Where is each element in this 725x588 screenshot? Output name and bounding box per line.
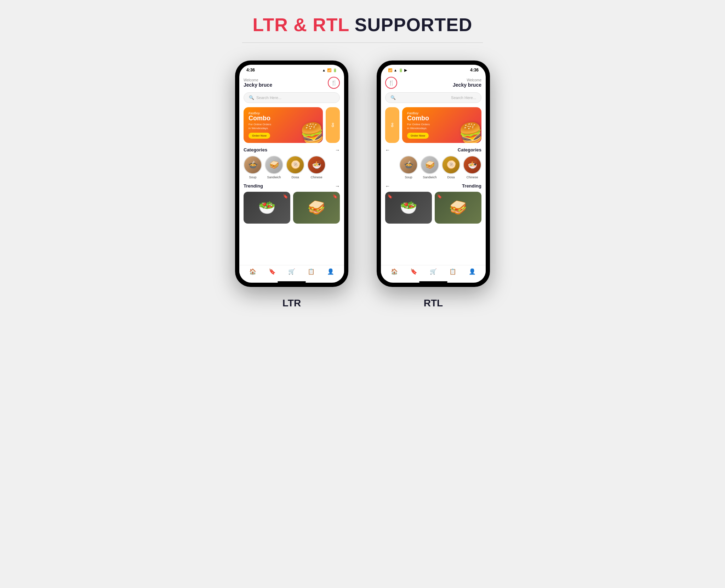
ltr-screen-content: Welcome Jecky bruce 🍴 🔍 Search Here... F… <box>239 74 344 265</box>
divider <box>242 42 483 43</box>
ltr-categories-title: Categories <box>244 147 267 152</box>
ltr-trending-card2[interactable]: 🥪 🔖 <box>293 192 340 224</box>
ltr-phone: 4:36 ▲ 📶 🔋 Welcome Jecky bruce 🍴 <box>235 60 348 287</box>
ltr-cat-chinese-circle: 🍜 <box>307 156 326 174</box>
rtl-welcome: Welcome <box>467 78 482 82</box>
rtl-screen-content: Welcome Jecky bruce 🍴 Search Here... 🔍 F… <box>381 74 486 265</box>
rtl-battery-icon: 🔋 <box>399 68 403 72</box>
rtl-burger-img: 🍔 <box>457 120 481 143</box>
ltr-status-icons: ▲ 📶 🔋 <box>322 68 337 72</box>
ltr-label: LTR <box>253 15 288 35</box>
ltr-banner-secondary: Go <box>326 107 340 143</box>
rtl-bookmark2[interactable]: 🔖 <box>387 194 393 199</box>
ltr-cat-soup-circle: 🍲 <box>244 156 262 174</box>
rtl-cat-soup[interactable]: 🍲 Soup <box>399 156 418 179</box>
ltr-cat-chinese[interactable]: 🍜 Chinese <box>307 156 326 179</box>
rtl-nav-profile[interactable]: 👤 <box>469 268 476 275</box>
supported-label: SUPPORTED <box>349 15 472 35</box>
ampersand: & <box>288 15 313 35</box>
rtl-nav-bookmark[interactable]: 🔖 <box>410 268 417 275</box>
rtl-phone-wrapper: 4:36 📶 ▲ 🔋 ▶ Welcome Jecky bruce <box>377 60 490 309</box>
ltr-banner-main: Fastboy Combo For Online Orders in Wende… <box>244 107 323 143</box>
ltr-nav-profile[interactable]: 👤 <box>327 268 334 275</box>
ltr-cat-sandwich[interactable]: 🥪 Sandwich <box>265 156 283 179</box>
ltr-search-text: Search Here... <box>256 96 335 100</box>
rtl-trending-arrow: ← <box>385 183 390 189</box>
ltr-nav-bookmark[interactable]: 🔖 <box>269 268 276 275</box>
rtl-trending-title: Trending <box>462 183 481 189</box>
rtl-phone: 4:36 📶 ▲ 🔋 ▶ Welcome Jecky bruce <box>377 60 490 287</box>
rtl-app-header: Welcome Jecky bruce 🍴 <box>385 77 481 89</box>
rtl-trending-header: Trending ← <box>385 183 481 189</box>
rtl-nav-home[interactable]: 🏠 <box>391 268 398 275</box>
ltr-time: 4:36 <box>246 68 255 73</box>
ltr-welcome: Welcome <box>244 78 272 82</box>
ltr-bookmark2[interactable]: 🔖 <box>332 194 338 199</box>
ltr-cat-dosa[interactable]: 🫓 Dosa <box>286 156 304 179</box>
rtl-secondary-text: Go <box>390 123 394 127</box>
rtl-trending-card1[interactable]: 🥪 🔖 <box>435 192 481 224</box>
rtl-cat-chinese[interactable]: 🍜 Chinese <box>463 156 481 179</box>
phones-container: 4:36 ▲ 📶 🔋 Welcome Jecky bruce 🍴 <box>235 60 490 309</box>
ltr-categories-header: Categories → <box>244 147 340 153</box>
ltr-bottom-nav: 🏠 🔖 🛒 📋 👤 <box>239 265 344 280</box>
rtl-location-icon: ▶ <box>404 68 407 72</box>
ltr-app-header: Welcome Jecky bruce 🍴 <box>244 77 340 89</box>
ltr-search-bar[interactable]: 🔍 Search Here... <box>244 92 340 103</box>
rtl-screen: 4:36 📶 ▲ 🔋 ▶ Welcome Jecky bruce <box>381 65 486 283</box>
page-title: LTR & RTL SUPPORTED <box>253 14 473 35</box>
ltr-cat-chinese-label: Chinese <box>310 175 322 179</box>
rtl-trending-row: 🥪 🔖 🥗 🔖 <box>385 192 481 224</box>
ltr-trending-title: Trending <box>244 183 263 189</box>
ltr-search-icon: 🔍 <box>249 95 254 100</box>
rtl-bottom-nav: 👤 📋 🛒 🔖 🏠 <box>381 265 486 280</box>
ltr-order-btn[interactable]: Order Now <box>249 133 270 139</box>
ltr-label: LTR <box>282 298 301 309</box>
rtl-categories-header: Categories ← <box>385 147 481 153</box>
rtl-cat-dosa-circle: 🫓 <box>442 156 460 174</box>
ltr-screen: 4:36 ▲ 📶 🔋 Welcome Jecky bruce 🍴 <box>239 65 344 283</box>
ltr-trending-arrow: → <box>335 183 340 189</box>
rtl-order-btn[interactable]: Order Now <box>407 133 429 139</box>
ltr-nav-list[interactable]: 📋 <box>308 268 315 275</box>
ltr-trending-header: Trending → <box>244 183 340 189</box>
rtl-trending-card2[interactable]: 🥗 🔖 <box>385 192 432 224</box>
rtl-app-logo[interactable]: 🍴 <box>385 77 397 89</box>
ltr-phone-wrapper: 4:36 ▲ 📶 🔋 Welcome Jecky bruce 🍴 <box>235 60 348 309</box>
rtl-search-text: Search Here... <box>398 96 476 100</box>
rtl-nav-list[interactable]: 📋 <box>449 268 456 275</box>
rtl-signal-icon: 📶 <box>388 68 392 72</box>
wifi-icon: ▲ <box>322 68 326 72</box>
ltr-burger-img: 🍔 <box>298 120 323 143</box>
rtl-bookmark1[interactable]: 🔖 <box>437 194 442 199</box>
rtl-search-bar[interactable]: Search Here... 🔍 <box>385 92 481 103</box>
rtl-cat-dosa[interactable]: 🫓 Dosa <box>442 156 460 179</box>
ltr-nav-cart[interactable]: 🛒 <box>288 268 295 275</box>
ltr-bookmark1[interactable]: 🔖 <box>283 194 288 199</box>
rtl-categories-row: 🍜 Chinese 🫓 Dosa 🥪 Sandwich 🍲 <box>385 156 481 179</box>
rtl-search-icon: 🔍 <box>390 95 396 100</box>
ltr-cat-sandwich-label: Sandwich <box>267 175 281 179</box>
ltr-nav-home[interactable]: 🏠 <box>249 268 256 275</box>
rtl-bottom-line <box>419 281 447 283</box>
rtl-cat-chinese-label: Chinese <box>466 175 478 179</box>
ltr-cat-soup[interactable]: 🍲 Soup <box>244 156 262 179</box>
ltr-user-name: Jecky bruce <box>244 82 272 88</box>
ltr-bottom-line <box>278 281 306 283</box>
ltr-cat-soup-label: Soup <box>249 175 256 179</box>
rtl-categories-arrow: ← <box>385 147 390 153</box>
ltr-secondary-text: Go <box>331 123 335 127</box>
rtl-user-name: Jecky bruce <box>453 82 481 88</box>
ltr-app-logo[interactable]: 🍴 <box>328 77 340 89</box>
rtl-cat-sandwich[interactable]: 🥪 Sandwich <box>421 156 439 179</box>
ltr-banner-title-big: Combo <box>249 115 318 122</box>
rtl-cat-soup-label: Soup <box>405 175 412 179</box>
rtl-cat-chinese-circle: 🍜 <box>463 156 481 174</box>
rtl-nav-cart[interactable]: 🛒 <box>430 268 437 275</box>
ltr-trending-card1[interactable]: 🥗 🔖 <box>244 192 290 224</box>
rtl-header-text: Welcome Jecky bruce <box>453 78 481 88</box>
ltr-trending-row: 🥗 🔖 🥪 🔖 <box>244 192 340 224</box>
rtl-label: RTL <box>424 298 443 309</box>
rtl-banner-container: Fastboy Combo For Online Orders in Wende… <box>385 107 481 143</box>
ltr-cat-dosa-label: Dosa <box>291 175 299 179</box>
